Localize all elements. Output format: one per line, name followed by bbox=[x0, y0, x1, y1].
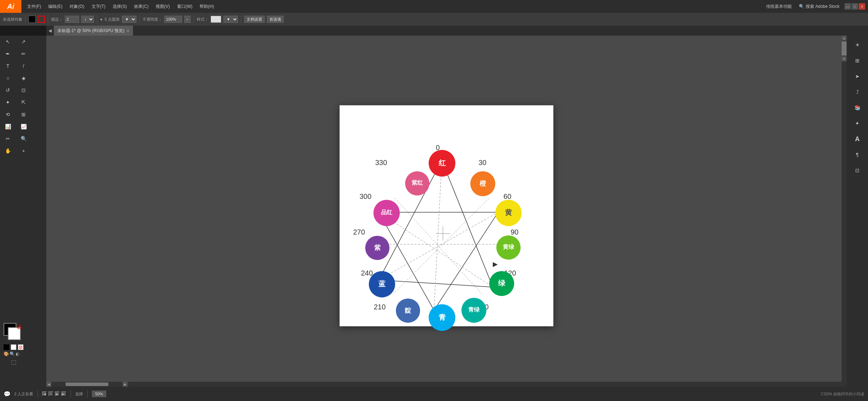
scroll-thumb-vertical[interactable] bbox=[842, 41, 847, 56]
node-purple[interactable]: 紫 bbox=[365, 236, 389, 260]
document-tab[interactable]: 未标题-1* @ 50% (RGB/GPU 预览) ✕ bbox=[54, 26, 133, 36]
fill-swatch[interactable] bbox=[29, 16, 36, 23]
window-controls: — □ ✕ bbox=[844, 3, 865, 10]
magic-wand-btn[interactable]: ✦ bbox=[851, 117, 864, 130]
stroke-width-input[interactable] bbox=[65, 16, 79, 23]
scroll-down-button[interactable]: ▼ bbox=[842, 56, 847, 61]
tool-row-8: 📊 📈 bbox=[0, 120, 46, 133]
menu-edit[interactable]: 编辑(E) bbox=[45, 3, 65, 10]
style-swatch[interactable] bbox=[211, 16, 221, 23]
stroke-swatch[interactable] bbox=[38, 16, 45, 23]
grid-btn[interactable]: ⊞ bbox=[851, 54, 864, 67]
zoom-percent[interactable] bbox=[92, 391, 106, 397]
hand-tool[interactable]: ✋ bbox=[0, 145, 16, 157]
style-dropdown[interactable]: ▼ bbox=[223, 16, 238, 23]
node-red-purple[interactable]: 紫红 bbox=[405, 171, 429, 195]
vertical-scrollbar[interactable]: ▲ ▼ bbox=[842, 36, 847, 387]
symbol-tool[interactable]: ⊞ bbox=[16, 108, 31, 120]
zoom-input[interactable] bbox=[92, 391, 106, 397]
paragraph-btn[interactable]: ¶ bbox=[851, 148, 864, 161]
node-green[interactable]: 绿 bbox=[489, 271, 514, 296]
doc-settings-button[interactable]: 文档设置 bbox=[244, 16, 265, 23]
node-yellow[interactable]: 黄 bbox=[495, 200, 522, 226]
node-cyan-green[interactable]: 青绿 bbox=[461, 298, 486, 323]
send-btn[interactable]: ➤ bbox=[851, 70, 864, 83]
graph-tool[interactable]: 📊 bbox=[0, 120, 16, 133]
none-swatch[interactable]: ⊘ bbox=[18, 344, 24, 350]
reflect-tool[interactable]: ⟲ bbox=[0, 108, 16, 120]
scroll-right-button[interactable]: ▶ bbox=[123, 382, 128, 387]
menu-file[interactable]: 文件(F) bbox=[24, 3, 44, 10]
brightness-btn[interactable]: ☀ bbox=[851, 38, 864, 51]
node-orange[interactable]: 橙 bbox=[470, 171, 495, 196]
search-stock[interactable]: 🔍 搜索 Adobe Stock bbox=[797, 3, 842, 10]
scroll-thumb-horizontal[interactable] bbox=[66, 382, 108, 386]
minimize-button[interactable]: — bbox=[844, 3, 851, 10]
scroll-left-button[interactable]: ◀ bbox=[46, 382, 51, 387]
zoom-control[interactable]: ◀ 1 ▶ ▶| bbox=[42, 391, 66, 396]
tab-close-button[interactable]: ✕ bbox=[126, 29, 129, 33]
node-cyan[interactable]: 青 bbox=[429, 304, 455, 331]
color-wheel-btn[interactable]: 🎨 🔍 ◐ bbox=[4, 351, 24, 356]
menu-help[interactable]: 帮助(H) bbox=[197, 3, 217, 10]
tool-row-5: ↺ ⊡ bbox=[0, 84, 46, 96]
node-cyan-label: 青 bbox=[439, 313, 446, 322]
artboard-tool[interactable]: ⬚ bbox=[4, 359, 24, 365]
next-page-button[interactable]: ▶ bbox=[55, 391, 60, 396]
node-blue[interactable]: 蓝 bbox=[369, 271, 395, 297]
eye-tool[interactable]: + bbox=[16, 145, 31, 157]
node-indigo-label: 靛 bbox=[405, 306, 411, 315]
menu-window[interactable]: 窗口(W) bbox=[174, 3, 195, 10]
page-number-input[interactable]: 1 bbox=[48, 391, 53, 396]
prev-page-button[interactable]: ◀ bbox=[42, 391, 47, 396]
line-tool[interactable]: / bbox=[16, 60, 31, 72]
text-style-btn[interactable]: A bbox=[851, 133, 864, 145]
last-page-button[interactable]: ▶| bbox=[61, 391, 66, 396]
opacity-arrow[interactable]: › bbox=[184, 16, 191, 23]
stroke-dropdown[interactable]: ↕ bbox=[81, 16, 94, 23]
preferences-button[interactable]: 首选项 bbox=[267, 16, 284, 23]
workspace-dropdown[interactable]: 传统基本功能 bbox=[764, 3, 794, 10]
point-dropdown[interactable]: ▼ bbox=[122, 16, 136, 23]
text-tool[interactable]: T bbox=[0, 60, 16, 72]
ellipse-tool[interactable]: ○ bbox=[0, 72, 16, 84]
puppet-tool[interactable]: ✦ bbox=[0, 96, 16, 108]
menu-effect[interactable]: 效果(C) bbox=[131, 3, 151, 10]
pen-tool[interactable]: ✒ bbox=[0, 48, 16, 60]
app-logo: Ai bbox=[0, 0, 21, 13]
node-magenta[interactable]: 品红 bbox=[373, 200, 400, 226]
white-swatch[interactable] bbox=[11, 344, 16, 350]
right-panel: ☀ ⊞ ➤ ⤴ 📚 ✦ A ¶ ⊡ bbox=[847, 36, 868, 387]
opacity-input[interactable] bbox=[164, 16, 182, 23]
canvas-area[interactable]: 0 30 60 90 120 150 180 210 240 270 300 3… bbox=[46, 36, 847, 387]
zoom-tool[interactable]: 🔍 bbox=[16, 133, 31, 145]
select-tool[interactable]: ↖ bbox=[0, 36, 16, 48]
menu-select[interactable]: 选择(S) bbox=[110, 3, 130, 10]
opacity-label: 不透明度： bbox=[143, 17, 162, 22]
direct-select-tool[interactable]: ↗ bbox=[16, 36, 31, 48]
menu-text[interactable]: 文字(T) bbox=[89, 3, 108, 10]
node-indigo[interactable]: 靛 bbox=[396, 298, 420, 323]
node-yellow-green[interactable]: 黄绿 bbox=[496, 235, 521, 259]
bar-chart-tool[interactable]: 📈 bbox=[16, 120, 31, 133]
eraser-tool[interactable]: ◈ bbox=[16, 72, 31, 84]
tab-label: 未标题-1* @ 50% (RGB/GPU 预览) bbox=[57, 28, 124, 34]
reshape-tool[interactable]: ⇱ bbox=[16, 96, 31, 108]
menu-object[interactable]: 对象(O) bbox=[67, 3, 87, 10]
rotate-tool[interactable]: ↺ bbox=[0, 84, 16, 96]
transform-tool[interactable]: ⊡ bbox=[16, 84, 31, 96]
maximize-button[interactable]: □ bbox=[852, 3, 858, 10]
black-swatch[interactable] bbox=[4, 344, 9, 350]
horizontal-scrollbar[interactable]: ◀ ▶ bbox=[46, 382, 842, 387]
menu-view[interactable]: 视图(V) bbox=[153, 3, 173, 10]
pencil-tool[interactable]: ✏ bbox=[16, 48, 31, 60]
slice-tool[interactable]: ✂ bbox=[0, 133, 16, 145]
tab-collapse-left[interactable]: ◀ bbox=[46, 28, 54, 33]
scroll-up-button[interactable]: ▲ bbox=[842, 36, 847, 41]
library-btn[interactable]: 📚 bbox=[851, 101, 864, 114]
node-red[interactable]: 红 bbox=[429, 150, 455, 176]
close-button[interactable]: ✕ bbox=[859, 3, 865, 10]
node-yellow-green-label: 黄绿 bbox=[503, 243, 514, 251]
export-btn[interactable]: ⤴ bbox=[851, 86, 864, 98]
panel-btn[interactable]: ⊡ bbox=[851, 164, 864, 177]
